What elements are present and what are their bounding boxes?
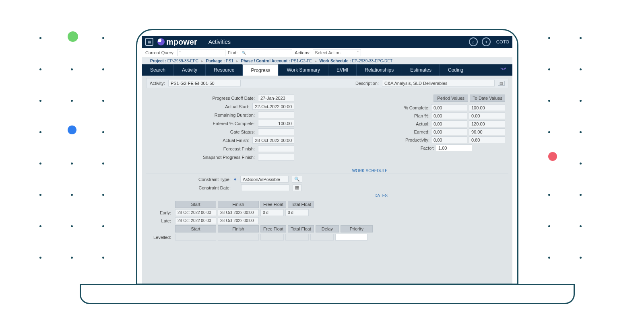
diamond-icon: ◆ bbox=[234, 177, 236, 181]
earned-todate: 96.00 bbox=[469, 128, 505, 135]
tab-evmi[interactable]: EVMI bbox=[328, 64, 356, 76]
remaining-duration-value[interactable] bbox=[258, 111, 294, 118]
tab-work-summary[interactable]: Work Summary bbox=[278, 64, 328, 76]
decoration-dot bbox=[548, 37, 550, 39]
actual-period: 0.00 bbox=[431, 120, 467, 127]
decoration-dot bbox=[39, 100, 41, 102]
entered-pct-value[interactable]: 100.00 bbox=[258, 120, 294, 127]
decoration-dot bbox=[71, 68, 73, 70]
decoration-dot bbox=[548, 225, 550, 227]
snapshot-finish-label: Snapshot Progress Finish: bbox=[190, 155, 255, 160]
actions-label: Actions: bbox=[295, 50, 310, 55]
levelled-finish[interactable] bbox=[218, 234, 259, 241]
snapshot-finish-value[interactable] bbox=[258, 154, 294, 160]
progress-form: Progress Cutoff Date:27-Jan-2023 Actual … bbox=[149, 95, 294, 162]
gate-status-value[interactable] bbox=[258, 128, 294, 135]
levelled-total-float[interactable] bbox=[285, 234, 309, 241]
section-work-schedule: WORK SCHEDULE bbox=[146, 169, 508, 173]
constraint-date-value[interactable] bbox=[241, 184, 289, 191]
plan-pct-period: 0.00 bbox=[431, 112, 467, 119]
col-total-float: Total Float bbox=[288, 201, 314, 208]
calendar-icon[interactable]: ▦ bbox=[145, 38, 153, 46]
col2-free-float: Free Float bbox=[260, 225, 286, 232]
activity-label: Activity: bbox=[150, 81, 165, 86]
actual-start-label: Actual Start: bbox=[193, 104, 249, 109]
breadcrumb-project[interactable]: EP-2939-33-EPC bbox=[167, 59, 198, 63]
actual-start-value[interactable]: 22-Oct-2022 00:00 bbox=[252, 103, 294, 110]
col-start: Start bbox=[175, 201, 216, 208]
details-icon[interactable]: ▤ bbox=[498, 81, 505, 86]
tab-activity[interactable]: Activity bbox=[173, 64, 205, 76]
tab-resource[interactable]: Resource bbox=[205, 64, 242, 76]
breadcrumb-phase[interactable]: PS1-G2-FE bbox=[291, 59, 312, 63]
cutoff-label: Progress Cutoff Date: bbox=[198, 96, 255, 101]
tab-search[interactable]: Search bbox=[142, 64, 173, 76]
late-finish: 28-Oct-2022 00:00 bbox=[218, 217, 259, 224]
current-query-select[interactable] bbox=[177, 49, 225, 56]
laptop-frame: ▦ mpower Activities ⌂ ✦ GOTO Current Que… bbox=[136, 29, 518, 285]
levelled-delay[interactable] bbox=[310, 234, 334, 241]
actual-finish-value[interactable]: 28-Oct-2022 00:00 bbox=[252, 137, 294, 144]
breadcrumb-ws[interactable]: EP-2939-33-EPC-DET bbox=[352, 59, 392, 63]
calendar-picker-icon[interactable]: ▦ bbox=[293, 184, 301, 191]
early-start: 28-Oct-2022 00:00 bbox=[175, 209, 216, 216]
decoration-dot bbox=[39, 225, 41, 227]
decoration-dot bbox=[68, 31, 78, 42]
goto-label[interactable]: GOTO bbox=[496, 39, 509, 44]
decoration-dot bbox=[39, 194, 41, 196]
decoration-dot bbox=[548, 257, 550, 259]
laptop-base bbox=[80, 284, 575, 304]
search-icon[interactable]: 🔍 bbox=[292, 176, 302, 183]
decoration-dot bbox=[71, 194, 73, 196]
actual-finish-label: Actual Finish: bbox=[193, 138, 249, 143]
pct-complete-todate: 100.00 bbox=[469, 104, 505, 111]
decoration-dot bbox=[548, 152, 557, 161]
compass-icon[interactable]: ✦ bbox=[482, 37, 491, 46]
decoration-dot bbox=[580, 131, 582, 133]
decoration-dot bbox=[580, 194, 582, 196]
early-total-float: 0 d bbox=[285, 209, 309, 216]
breadcrumb-package[interactable]: PS1 bbox=[226, 59, 233, 63]
pct-complete-label: % Complete: bbox=[381, 105, 429, 110]
tab-bar: Search Activity Resource Progress Work S… bbox=[142, 64, 512, 76]
decoration-dot bbox=[39, 131, 41, 133]
decoration-dot bbox=[71, 162, 73, 165]
col-finish: Finish bbox=[218, 201, 259, 208]
decoration-dot bbox=[39, 37, 41, 39]
decoration-dot bbox=[71, 100, 73, 102]
pct-complete-period: 0.00 bbox=[431, 104, 467, 111]
levelled-free-float[interactable] bbox=[260, 234, 284, 241]
gate-status-label: Gate Status: bbox=[198, 130, 255, 134]
query-bar: Current Query: Find: Actions: Select Act… bbox=[142, 48, 512, 58]
tab-estimates[interactable]: Estimates bbox=[402, 64, 440, 76]
col2-start: Start bbox=[175, 225, 216, 232]
factor-label: Factor: bbox=[386, 146, 434, 150]
levelled-priority[interactable] bbox=[335, 234, 367, 241]
decoration-dot bbox=[580, 37, 582, 39]
brand-logo: mpower bbox=[157, 37, 197, 47]
late-row-label: Late: bbox=[146, 218, 173, 223]
plan-pct-label: Plan %: bbox=[381, 113, 429, 118]
levelled-start[interactable] bbox=[175, 234, 216, 241]
decoration-dot bbox=[102, 131, 104, 133]
constraint-type-value[interactable]: AsSoonAsPossible bbox=[240, 176, 289, 183]
tab-progress[interactable]: Progress bbox=[242, 64, 278, 76]
page-title: Activities bbox=[208, 39, 231, 45]
expand-tabs-icon[interactable]: ︾ bbox=[495, 64, 512, 76]
home-icon[interactable]: ⌂ bbox=[469, 37, 478, 46]
find-input[interactable] bbox=[240, 49, 292, 56]
plan-pct-todate: 0.00 bbox=[469, 112, 505, 119]
to-date-values-header: To Date Values bbox=[470, 95, 505, 102]
actions-select[interactable]: Select Action bbox=[313, 49, 361, 56]
tab-relationships[interactable]: Relationships bbox=[356, 64, 402, 76]
decoration-dot bbox=[102, 68, 104, 70]
forecast-finish-value[interactable] bbox=[258, 145, 294, 152]
tab-coding[interactable]: Coding bbox=[440, 64, 471, 76]
description-label: Description: bbox=[355, 81, 379, 86]
factor-value[interactable]: 1.00 bbox=[436, 144, 472, 151]
levelled-row-label: Levelled: bbox=[146, 235, 173, 240]
decoration-dot bbox=[580, 68, 582, 70]
activity-header: Activity: PS1-G2-FE-EI-001-50 Descriptio… bbox=[146, 78, 508, 88]
decoration-dot bbox=[548, 131, 550, 133]
find-label: Find: bbox=[228, 50, 237, 55]
